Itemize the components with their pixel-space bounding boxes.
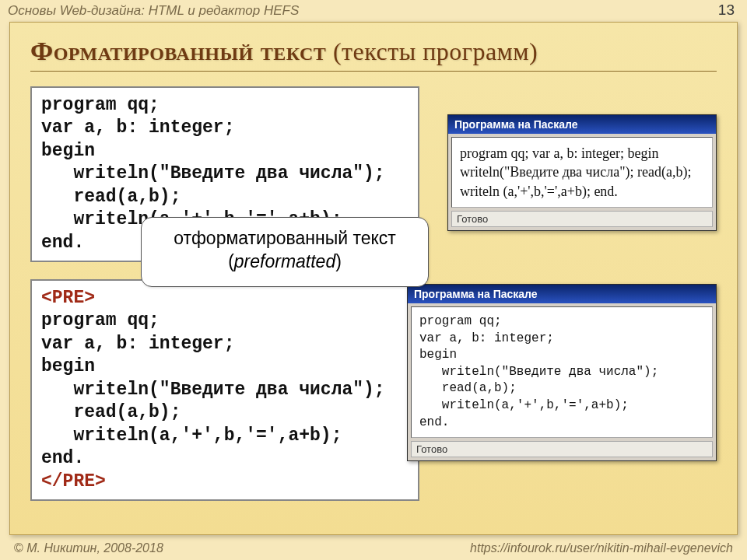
- browser-window-unformatted: Программа на Паскале program qq; var a, …: [447, 114, 717, 231]
- pre-close-tag: </PRE>: [41, 471, 106, 492]
- callout-line2: (preformatted): [156, 250, 414, 274]
- browser-content-flow: program qq; var a, b: integer; begin wri…: [451, 137, 713, 208]
- slide-title: Форматированный текст (тексты программ): [30, 37, 717, 66]
- browser-titlebar: Программа на Паскале: [408, 285, 716, 303]
- pre-open-tag: <PRE>: [41, 288, 95, 308]
- title-sub: (тексты программ): [333, 37, 538, 65]
- footer-author: М. Никитин, 2008-2018: [14, 541, 163, 555]
- callout-line1: отформатированный текст: [156, 227, 414, 250]
- browser-window-preformatted: Программа на Паскале program qq; var a, …: [407, 284, 717, 461]
- header-breadcrumb: Основы Web-дизайна: HTML и редактор HEFS: [8, 3, 299, 19]
- footer: М. Никитин, 2008-2018 https://infourok.r…: [14, 541, 733, 555]
- browser-statusbar: Готово: [451, 211, 713, 227]
- pre-body: program qq; var a, b: integer; begin wri…: [41, 310, 385, 468]
- slide-body: Форматированный текст (тексты программ) …: [9, 22, 738, 535]
- browser-titlebar: Программа на Паскале: [448, 115, 716, 134]
- browser-statusbar: Готово: [411, 441, 713, 457]
- callout-bubble: отформатированный текст (preformatted): [141, 217, 429, 287]
- code-box-pre: <PRE> program qq; var a, b: integer; beg…: [30, 279, 419, 501]
- browser-content-pre: program qq; var a, b: integer; begin wri…: [411, 306, 713, 438]
- title-divider: [30, 71, 717, 72]
- page-number: 13: [718, 2, 735, 19]
- title-main: Форматированный текст: [30, 37, 326, 65]
- footer-url: https://infourok.ru/user/nikitin-mihail-…: [470, 541, 733, 555]
